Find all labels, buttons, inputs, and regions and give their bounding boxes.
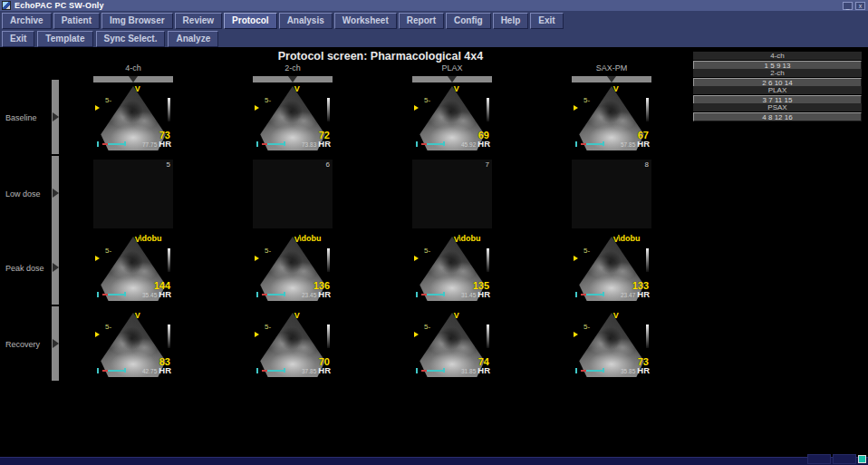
ecg-teal-segment [427, 294, 445, 295]
view-group-image-numbers[interactable]: 4 8 12 16 [693, 112, 862, 121]
slot-number: 6 [326, 160, 330, 169]
tray-segment[interactable] [807, 454, 831, 464]
ultrasound-image-baseline-2-ch[interactable]: V5-7273.83HR [253, 83, 333, 152]
toolbar-button-analyze[interactable]: Analyze [168, 31, 218, 47]
tab-archive[interactable]: Archive [2, 13, 52, 29]
empty-image-slot-7[interactable]: 7 [412, 160, 492, 228]
toolbar-button-template[interactable]: Template [37, 31, 92, 47]
tab-exit[interactable]: Exit [530, 13, 563, 29]
row-position-bar[interactable] [52, 230, 59, 305]
close-button[interactable]: x [855, 2, 865, 10]
ultrasound-image-baseline-plax[interactable]: V5-6945.92HR [412, 83, 492, 152]
ecg-tick [575, 292, 577, 297]
tab-review[interactable]: Review [175, 13, 222, 29]
row-position-bar[interactable] [52, 306, 59, 381]
ecg-teal-segment [267, 143, 285, 145]
toolbar-button-sync-select[interactable]: Sync Select. [96, 31, 166, 47]
tab-protocol[interactable]: Protocol [224, 13, 277, 29]
triangle-right-icon [53, 112, 59, 121]
v-marker: V [454, 311, 459, 320]
v-marker: V [135, 84, 140, 93]
tab-worksheet[interactable]: Worksheet [334, 13, 397, 29]
view-group-label: PSAX [693, 103, 862, 111]
system-tray [807, 452, 866, 464]
tab-analysis[interactable]: Analysis [279, 13, 333, 29]
depth-label: 5- [583, 247, 590, 255]
empty-image-slot-6[interactable]: 6 [253, 160, 333, 228]
triangle-down-icon [129, 76, 138, 82]
ultrasound-image-baseline-4-ch[interactable]: V5-7377.75HR [93, 83, 173, 152]
grayscale-bar [487, 325, 489, 348]
probe-marker-icon [255, 105, 259, 111]
depth-label: 5- [424, 247, 430, 255]
heart-rate-small-value: 35.85 [621, 368, 635, 374]
ultrasound-image-recovery-plax[interactable]: V5-7431.85HR [412, 310, 492, 379]
ultrasound-image-recovery-2-ch[interactable]: V5-7037.85HR [253, 310, 333, 379]
heart-rate-line: 31.45HR [461, 285, 490, 301]
ecg-tick [124, 141, 126, 146]
tray-status-icon[interactable] [858, 455, 866, 463]
ecg-tick [284, 292, 285, 296]
row-label-low-dose: Low dose [5, 189, 47, 199]
probe-marker-icon [574, 256, 578, 261]
depth-label: 5- [265, 96, 271, 104]
ecg-tick [97, 141, 99, 147]
grayscale-bar [327, 248, 330, 272]
menu-bar: ArchivePatientImg BrowserReviewProtocolA… [0, 11, 868, 47]
protocol-screen: Protocol screen: Pharmacological 4x4 4-c… [0, 47, 868, 450]
tab-config[interactable]: Config [446, 13, 491, 29]
heart-rate-unit: HR [159, 289, 171, 299]
ecg-tick [603, 368, 604, 373]
row-position-bar[interactable] [52, 156, 59, 230]
row-label-peak-dose: Peak dose [5, 264, 47, 273]
ultrasound-image-recovery-4-ch[interactable]: V5-8342.75HR [93, 310, 173, 379]
ultrasound-image-baseline-sax-pm[interactable]: V5-6757.85HR [572, 83, 651, 152]
grayscale-bar [646, 98, 649, 121]
ecg-trace [416, 141, 448, 147]
ultrasound-image-peak-dose-plax[interactable]: Vdobu5-13531.45HR [412, 234, 492, 303]
tab-patient[interactable]: Patient [53, 13, 100, 29]
grayscale-bar [168, 248, 170, 272]
system-taskbar[interactable] [0, 457, 868, 465]
view-group-2-ch[interactable]: 2-ch2 6 10 14 [693, 69, 862, 87]
probe-marker-icon [255, 256, 259, 261]
heart-rate-small-value: 35.45 [142, 292, 157, 298]
ecg-tick [124, 368, 126, 373]
empty-image-slot-8[interactable]: 8 [572, 160, 651, 228]
column-position-bar[interactable] [572, 76, 651, 82]
empty-image-slot-5[interactable]: 5 [93, 160, 173, 228]
row-position-bar[interactable] [52, 80, 59, 154]
heart-rate-small-value: 37.85 [302, 368, 316, 374]
view-group-psax[interactable]: PSAX4 8 12 16 [693, 103, 862, 121]
ecg-tick [443, 368, 445, 373]
probe-marker-icon [574, 332, 578, 337]
ultrasound-image-peak-dose-sax-pm[interactable]: Vdobu5-13323.47HR [572, 234, 651, 303]
ultrasound-image-peak-dose-4-ch[interactable]: Vdobu5-14435.45HR [93, 234, 173, 303]
ecg-teal-segment [586, 294, 604, 295]
ecg-trace [416, 368, 448, 373]
tab-help[interactable]: Help [493, 13, 529, 29]
ecg-tick [575, 368, 577, 373]
heart-rate-line: 37.85HR [302, 361, 331, 377]
tab-img-browser[interactable]: Img Browser [101, 13, 173, 29]
ultrasound-image-peak-dose-2-ch[interactable]: Vdobu5-13623.45HR [253, 234, 333, 303]
v-marker: V [294, 84, 300, 93]
minimize-button[interactable]: _ [843, 2, 853, 10]
column-position-bar[interactable] [253, 76, 333, 82]
ultrasound-image-recovery-sax-pm[interactable]: V5-7335.85HR [572, 310, 651, 379]
probe-marker-icon [95, 105, 100, 111]
depth-label: 5- [105, 323, 111, 331]
page-title: Protocol screen: Pharmacological 4x4 [91, 50, 670, 63]
ecg-teal-segment [108, 143, 126, 145]
ecg-trace [575, 368, 608, 373]
tab-report[interactable]: Report [399, 13, 444, 29]
view-group-plax[interactable]: PLAX3 7 11 15 [693, 86, 862, 104]
toolbar-button-exit[interactable]: Exit [2, 31, 34, 47]
column-position-bar[interactable] [93, 76, 173, 82]
view-group-4-ch[interactable]: 4-ch1 5 9 13 [693, 52, 862, 70]
column-position-bar[interactable] [412, 76, 492, 82]
grayscale-bar [327, 325, 330, 348]
v-marker: V [294, 311, 300, 320]
tray-segment[interactable] [833, 454, 856, 464]
column-header-sax-pm: SAX-PM [572, 63, 651, 73]
